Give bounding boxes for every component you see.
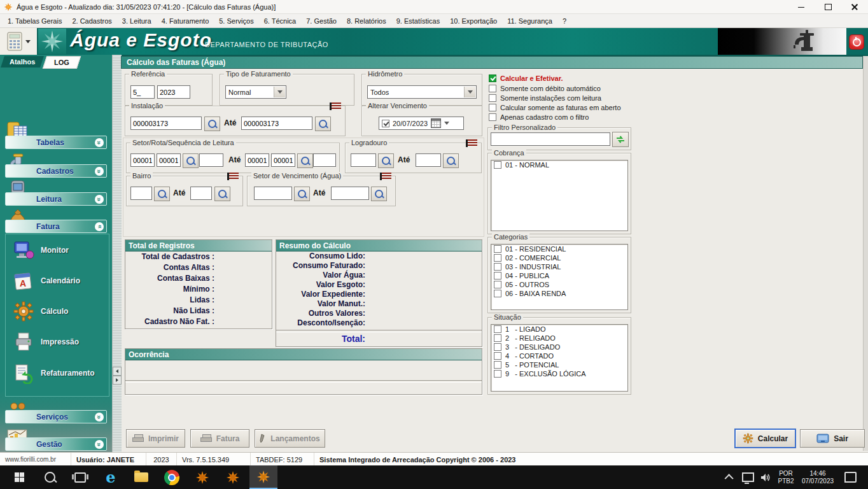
checkbox[interactable] <box>494 281 501 288</box>
instalacao-from-search-button[interactable] <box>204 117 220 131</box>
checkbox[interactable] <box>494 370 501 378</box>
sidebar-item-calendario[interactable]: Calendário <box>41 276 80 285</box>
logradouro-from-input[interactable] <box>351 153 376 167</box>
list-icon[interactable] <box>466 139 477 147</box>
chevron-up-icon[interactable]: » <box>95 222 104 231</box>
checkbox[interactable] <box>494 290 501 297</box>
sidebar-tab-atalhos[interactable]: Atalhos <box>1 56 44 67</box>
maximize-button[interactable] <box>815 0 841 14</box>
filtro-personalizado-input[interactable] <box>491 132 610 146</box>
checkbox[interactable] <box>489 85 496 92</box>
sequencia-from-input[interactable] <box>199 153 223 167</box>
list-item[interactable]: 03 - INDUSTRIAL <box>491 262 627 271</box>
close-button[interactable] <box>841 0 868 14</box>
logradouro-from-search-button[interactable] <box>378 153 394 168</box>
list-item[interactable]: 06 - BAIXA RENDA <box>491 289 627 298</box>
checkbox[interactable] <box>494 161 501 169</box>
list-item[interactable]: 02 - COMERCIAL <box>491 253 627 262</box>
fiorilli-app1-button[interactable] <box>188 465 216 489</box>
checkbox[interactable] <box>494 361 501 369</box>
menu-relatorios[interactable]: 8. Relatórios <box>342 15 391 27</box>
scroll-right-button[interactable] <box>113 376 122 385</box>
language-indicator[interactable]: PORPTB2 <box>774 465 797 489</box>
right-scrollbar[interactable] <box>863 56 868 451</box>
menu-estatisticas[interactable]: 9. Estatísticas <box>391 15 445 27</box>
list-icon[interactable] <box>227 173 239 180</box>
file-explorer-button[interactable] <box>127 465 155 489</box>
calculator-menu-button[interactable] <box>0 28 37 55</box>
checkbox[interactable] <box>494 352 501 360</box>
checkbox[interactable] <box>494 325 501 333</box>
referencia-month-input[interactable] <box>130 85 155 99</box>
imprimir-button[interactable]: Imprimir <box>126 429 185 448</box>
checkbox[interactable] <box>489 94 496 102</box>
instalacao-from-input[interactable] <box>130 117 202 130</box>
list-item[interactable]: 9 - EXCLUSÃO LÓGICA <box>491 369 627 378</box>
tipo-faturamento-select[interactable]: Normal <box>225 85 286 99</box>
edge-button[interactable]: e <box>97 465 125 489</box>
volume-tray-icon[interactable] <box>757 465 774 489</box>
scroll-left-button[interactable] <box>113 367 122 376</box>
taskbar-search-button[interactable] <box>36 465 64 489</box>
sidebar-item-monitor[interactable]: Monitor <box>41 246 69 255</box>
action-center-button[interactable] <box>840 465 860 489</box>
setor-from-input[interactable] <box>130 153 155 167</box>
lancamentos-button[interactable]: Lançamentos <box>255 429 325 448</box>
start-button[interactable] <box>5 465 33 489</box>
clock[interactable]: 14:4607/07/2023 <box>797 465 838 489</box>
bairro-from-search-button[interactable] <box>154 187 170 201</box>
chevron-down-icon[interactable]: » <box>95 195 104 204</box>
sequencia-to-input[interactable] <box>313 153 336 167</box>
list-icon[interactable] <box>330 103 341 110</box>
fiorilli-app2-button[interactable] <box>219 465 247 489</box>
cobranca-listbox[interactable]: 01 - NORMAL <box>491 160 628 231</box>
setor-to-input[interactable] <box>245 153 269 167</box>
chevron-down-icon[interactable]: » <box>95 167 104 176</box>
sidebar-group-servicos[interactable]: Serviços » <box>5 410 107 423</box>
list-item[interactable]: 5 - POTENCIAL <box>491 360 627 369</box>
situacao-listbox[interactable]: 1 - LIGADO 2 - RELIGADO 3 - DESLIGADO 4 … <box>491 324 628 392</box>
sidebar-group-cadastros[interactable]: Cadastros » <box>5 164 107 178</box>
sidebar-group-leitura[interactable]: Leitura » <box>5 192 107 206</box>
bairro-to-search-button[interactable] <box>214 187 230 201</box>
tray-chevron-button[interactable] <box>721 465 739 489</box>
bairro-to-input[interactable] <box>190 187 212 200</box>
vencimento-date-picker[interactable]: 20/07/2023 <box>379 117 464 130</box>
sair-button[interactable]: Sair <box>800 429 865 448</box>
checkbox[interactable] <box>494 254 501 262</box>
setor-to-search-button[interactable] <box>297 153 313 168</box>
categorias-listbox[interactable]: 01 - RESIDENCIAL 02 - COMERCIAL 03 - IND… <box>491 244 628 310</box>
fiorilli-app3-button-active[interactable] <box>249 465 277 489</box>
list-item[interactable]: 2 - RELIGADO <box>491 334 627 343</box>
menu-tecnica[interactable]: 6. Técnica <box>259 15 302 27</box>
rota-from-input[interactable] <box>157 153 181 167</box>
rota-to-input[interactable] <box>271 153 295 167</box>
menu-leitura[interactable]: 3. Leitura <box>117 15 157 27</box>
checkbox[interactable] <box>494 263 501 271</box>
list-item[interactable]: 05 - OUTROS <box>491 280 627 289</box>
chrome-button[interactable] <box>158 465 186 489</box>
sidebar-item-impressao[interactable]: Impressão <box>41 337 79 346</box>
chevron-down-icon[interactable]: » <box>95 413 104 422</box>
checkbox[interactable] <box>489 113 496 121</box>
checkbox[interactable] <box>489 104 496 111</box>
sidebar-tab-log[interactable]: LOG <box>43 56 81 69</box>
option-calcular-efetivar[interactable]: Calcular e Efetivar. <box>489 74 563 82</box>
setor-from-search-button[interactable] <box>183 153 199 168</box>
sidebar-item-refaturamento[interactable]: Refaturamento <box>41 369 95 378</box>
vencimento-checkbox[interactable] <box>382 120 389 127</box>
list-icon[interactable] <box>380 173 391 180</box>
sidebar-group-fatura[interactable]: Fatura » <box>5 220 107 233</box>
checkbox[interactable] <box>494 272 501 280</box>
checkbox[interactable] <box>494 343 501 351</box>
instalacao-to-input[interactable] <box>241 117 312 130</box>
sidebar-group-tabelas[interactable]: Tabelas » <box>5 136 107 149</box>
logradouro-to-input[interactable] <box>416 153 441 167</box>
checkbox[interactable] <box>494 245 501 253</box>
filtro-apply-button[interactable] <box>612 132 629 147</box>
setor-vencimento-to-search-button[interactable] <box>371 187 387 201</box>
calcular-button[interactable]: Calcular <box>734 429 796 448</box>
fatura-button[interactable]: Fatura <box>190 429 249 448</box>
hidrometro-select[interactable]: Todos <box>367 85 477 99</box>
menu-faturamento[interactable]: 4. Faturamento <box>157 15 214 27</box>
